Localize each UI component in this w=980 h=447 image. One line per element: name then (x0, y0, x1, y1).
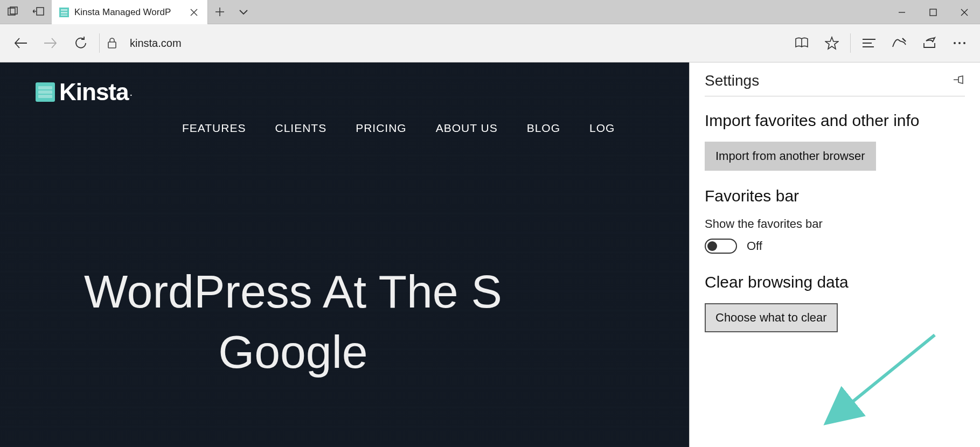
svg-rect-7 (930, 9, 936, 16)
svg-point-10 (958, 42, 961, 44)
hero-line2: Google (84, 322, 502, 382)
hero-heading: WordPress At The S Google (84, 262, 502, 382)
favorites-star-icon[interactable] (817, 28, 847, 58)
back-button[interactable] (5, 28, 36, 58)
page-nav: FEATURES CLIENTS PRICING ABOUT US BLOG L… (182, 122, 615, 135)
kinsta-logo[interactable]: Kinsta . (36, 79, 133, 106)
url-text: kinsta.com (130, 37, 182, 50)
nav-about[interactable]: ABOUT US (436, 122, 498, 135)
svg-point-11 (963, 42, 965, 44)
favbar-toggle[interactable] (705, 239, 737, 254)
choose-what-to-clear-button[interactable]: Choose what to clear (705, 303, 838, 332)
content-area: Kinsta . FEATURES CLIENTS PRICING ABOUT … (0, 62, 980, 447)
favbar-toggle-row: Off (705, 239, 965, 254)
refresh-button[interactable] (66, 28, 96, 58)
toolbar: kinsta.com (0, 24, 980, 62)
pin-icon[interactable] (953, 75, 965, 87)
tab-title: Kinsta Managed WordP (74, 7, 182, 18)
favbar-toggle-state: Off (747, 239, 762, 253)
show-favbar-label: Show the favorites bar (705, 217, 965, 231)
tabs-aside-icon[interactable] (0, 0, 26, 24)
titlebar: Kinsta Managed WordP (0, 0, 980, 24)
svg-rect-5 (61, 12, 67, 13)
kinsta-dot: . (129, 86, 133, 99)
favorites-bar-heading: Favorites bar (705, 187, 965, 205)
svg-rect-4 (61, 9, 67, 11)
nav-pricing[interactable]: PRICING (356, 122, 407, 135)
titlebar-left (0, 0, 52, 24)
tab-area: Kinsta Managed WordP (52, 0, 255, 24)
annotation-arrow-icon (838, 335, 946, 423)
set-aside-icon[interactable] (26, 0, 52, 24)
separator (850, 33, 851, 53)
maximize-button[interactable] (918, 0, 949, 24)
window-controls (886, 0, 980, 24)
clear-data-heading: Clear browsing data (705, 273, 965, 291)
kinsta-word: Kinsta (59, 79, 128, 106)
svg-point-9 (954, 42, 956, 44)
more-icon[interactable] (944, 28, 975, 58)
close-button[interactable] (949, 0, 980, 24)
svg-line-12 (849, 335, 935, 405)
svg-rect-6 (61, 15, 67, 16)
settings-panel: Settings Import favorites and other info… (689, 62, 980, 447)
nav-clients[interactable]: CLIENTS (275, 122, 326, 135)
close-tab-icon[interactable] (186, 4, 202, 20)
settings-header: Settings (705, 72, 965, 96)
minimize-button[interactable] (886, 0, 918, 24)
forward-button[interactable] (36, 28, 66, 58)
favicon-icon (59, 8, 69, 17)
newtab-controls (208, 0, 255, 24)
nav-login[interactable]: LOG (589, 122, 615, 135)
address-bar[interactable]: kinsta.com (130, 28, 787, 58)
titlebar-spacer (255, 0, 886, 24)
svg-rect-2 (37, 8, 44, 15)
lock-icon (103, 37, 121, 49)
nav-blog[interactable]: BLOG (527, 122, 560, 135)
hero-line1: WordPress At The S (84, 262, 502, 322)
share-icon[interactable] (914, 28, 944, 58)
svg-rect-8 (108, 42, 116, 48)
browser-tab[interactable]: Kinsta Managed WordP (52, 0, 208, 24)
settings-title: Settings (705, 72, 759, 89)
kinsta-logo-icon (36, 82, 55, 102)
nav-features[interactable]: FEATURES (182, 122, 246, 135)
separator (99, 33, 100, 53)
tab-dropdown-icon[interactable] (232, 0, 255, 24)
reading-view-icon[interactable] (787, 28, 817, 58)
hub-icon[interactable] (854, 28, 884, 58)
import-browser-button[interactable]: Import from another browser (705, 142, 876, 171)
notes-icon[interactable] (884, 28, 914, 58)
import-heading: Import favorites and other info (705, 111, 965, 130)
toolbar-right (787, 28, 975, 58)
new-tab-icon[interactable] (208, 0, 232, 24)
